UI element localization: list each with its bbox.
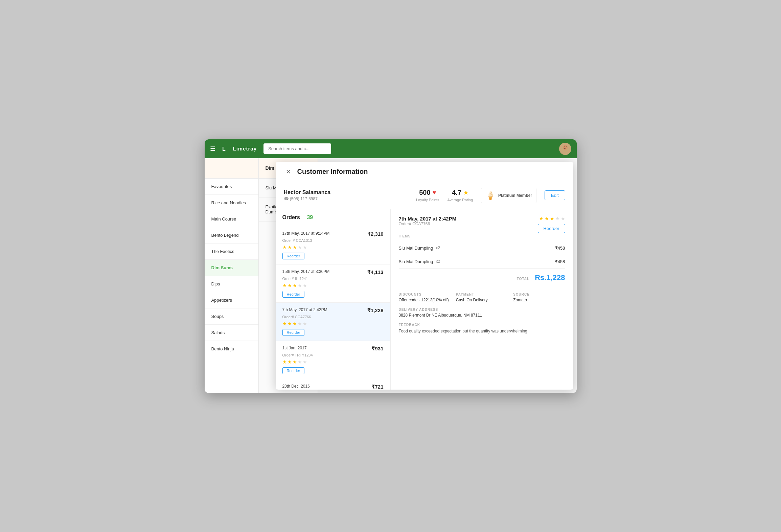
payment-block: PAYMENT Cash On Delivery: [456, 293, 508, 302]
sidebar-item-dim-sums[interactable]: Dim Sums: [205, 260, 258, 276]
customer-name-section: Hector Salamanca ☎ (505) 117-8987: [284, 189, 408, 201]
order-item-2[interactable]: 15th May, 2017 at 3:30PM ₹4,113 Order# I…: [276, 264, 390, 303]
reorder-button-4[interactable]: Reorder: [282, 367, 305, 374]
order-line-item-2: Siu Mai Dumpling x2 ₹458: [399, 255, 565, 269]
star-4-2: ★: [288, 359, 292, 365]
order-item-3[interactable]: 7th May, 2017 at 2:42PM ₹1,228 Order# CC…: [276, 303, 390, 341]
meta-section: DISCOUNTS Offer code - 12213(10% off) PA…: [399, 287, 565, 302]
star-3-2: ★: [288, 321, 292, 326]
modal-body: Orders 39 17th May, 2017 at 9:14PM ₹2,31…: [276, 209, 573, 390]
order-line-item-1: Siu Mai Dumpling x2 ₹458: [399, 241, 565, 255]
source-value: Zomato: [513, 298, 565, 302]
modal-title: Customer Information: [297, 168, 368, 176]
orders-count: 39: [307, 214, 313, 221]
detail-reorder-button[interactable]: Reorder: [538, 224, 565, 233]
order-amount-5: ₹721: [371, 384, 383, 390]
logo-text: Limetray: [233, 146, 257, 152]
order-id-3: Order# CCA7766: [282, 315, 384, 319]
sidebar-item-dips[interactable]: Dips: [205, 276, 258, 292]
customer-info-modal: ✕ Customer Information Hector Salamanca …: [276, 162, 573, 390]
loyalty-value: 500 ♥: [419, 189, 436, 196]
star-1-5: ★: [303, 245, 307, 250]
order-item-4[interactable]: 1st Jan, 2017 ₹931 Order# TRTY1234 ★ ★ ★…: [276, 341, 390, 379]
sidebar-item-rice-noodles[interactable]: Rice and Noodles: [205, 195, 258, 211]
delivery-value: 3828 Piermont Dr NE Albuquerque, NM 8711…: [399, 313, 565, 318]
order-amount-3: ₹1,228: [367, 307, 384, 314]
order-item-5[interactable]: 20th Dec, 2016 ₹721 Order# LPRT1233 ★ ★ …: [276, 379, 390, 390]
reorder-button-2[interactable]: Reorder: [282, 291, 305, 298]
reorder-button-1[interactable]: Reorder: [282, 253, 305, 259]
feedback-section: FEEDBACK Food quality exceeded expectati…: [399, 323, 565, 334]
order-amount-2: ₹4,113: [367, 269, 384, 275]
orders-label: Orders: [282, 214, 300, 221]
star-3-1: ★: [282, 321, 287, 326]
star-2-5: ★: [303, 283, 307, 288]
main-layout: Favourites Rice and Noodles Main Course …: [205, 158, 577, 393]
star-1-1: ★: [282, 245, 287, 250]
sidebar-item-bento-ninja[interactable]: Bento Ninja: [205, 341, 258, 357]
order-date-2: 15th May, 2017 at 3:30PM: [282, 269, 330, 274]
stars-row-1: ★ ★ ★ ★ ★: [282, 245, 384, 250]
sidebar-item-salads[interactable]: Salads: [205, 325, 258, 341]
item-name-qty-2: Siu Mai Dumpling x2: [399, 259, 440, 264]
detail-star-5: ★: [561, 216, 565, 221]
heart-icon: ♥: [433, 189, 436, 196]
app-window: ☰ L Limetray Favourites Rice an: [205, 139, 577, 393]
order-detail-panel: 7th May, 2017 at 2:42PM Order# CCA7766 ★…: [391, 209, 573, 390]
discounts-value: Offer code - 12213(10% off): [399, 298, 451, 302]
feedback-value: Food quality exceeded expectation but th…: [399, 328, 565, 334]
star-3-4: ★: [298, 321, 302, 326]
rating-label: Average Rating: [447, 198, 473, 202]
rating-star-icon: ★: [463, 189, 468, 196]
detail-star-4: ★: [555, 216, 560, 221]
sidebar-item-bento-legend[interactable]: Bento Legend: [205, 227, 258, 244]
sidebar-item-main-course[interactable]: Main Course: [205, 211, 258, 227]
rating-value: 4.7 ★: [452, 189, 468, 196]
svg-text:L: L: [222, 146, 226, 152]
sidebar-item-appetizers[interactable]: Appetizers: [205, 292, 258, 308]
item-qty-1: x2: [436, 246, 440, 250]
order-detail-header: 7th May, 2017 at 2:42PM Order# CCA7766 ★…: [399, 216, 565, 233]
hamburger-icon[interactable]: ☰: [210, 145, 215, 153]
order-item-1[interactable]: 17th May, 2017 at 9:14PM ₹2,310 Order # …: [276, 226, 390, 264]
star-1-4: ★: [298, 245, 302, 250]
discounts-block: DISCOUNTS Offer code - 12213(10% off): [399, 293, 451, 302]
discounts-label: DISCOUNTS: [399, 293, 451, 296]
total-row: TOTAL Rs.1,228: [399, 269, 565, 287]
star-1-2: ★: [288, 245, 292, 250]
rating-block: 4.7 ★ Average Rating: [447, 189, 473, 202]
item-name-1: Siu Mai Dumpling: [399, 246, 433, 251]
detail-stars: ★ ★ ★ ★ ★: [539, 216, 565, 221]
sidebar-item-the-exotics[interactable]: The Exotics: [205, 244, 258, 260]
svg-point-3: [561, 150, 569, 155]
stars-row-3: ★ ★ ★ ★ ★: [282, 321, 384, 326]
platinum-badge: 🍦 Platinum Member: [481, 188, 536, 203]
order-id-4: Order# TRTY1234: [282, 353, 384, 357]
customer-phone: ☎ (505) 117-8987: [284, 196, 408, 201]
orders-header: Orders 39: [276, 209, 390, 226]
edit-button[interactable]: Edit: [545, 190, 565, 200]
logo-icon: L: [221, 144, 230, 154]
detail-star-2: ★: [545, 216, 549, 221]
close-button[interactable]: ✕: [284, 167, 293, 177]
reorder-button-3[interactable]: Reorder: [282, 329, 305, 336]
star-4-3: ★: [293, 359, 297, 365]
star-3-5: ★: [303, 321, 307, 326]
detail-star-3: ★: [550, 216, 554, 221]
search-input[interactable]: [263, 143, 331, 154]
source-block: SOURCE Zomato: [513, 293, 565, 302]
order-amount-1: ₹2,310: [367, 231, 384, 237]
item-name-2: Siu Mai Dumpling: [399, 259, 433, 264]
sidebar-header: [205, 158, 258, 179]
top-bar: ☰ L Limetray: [205, 139, 577, 158]
sidebar-item-favourites[interactable]: Favourites: [205, 179, 258, 195]
order-detail-id: Order# CCA7766: [399, 222, 457, 226]
sidebar-item-soups[interactable]: Soups: [205, 308, 258, 325]
feedback-label: FEEDBACK: [399, 323, 565, 327]
svg-point-6: [566, 146, 567, 147]
order-date-1: 17th May, 2017 at 9:14PM: [282, 231, 330, 236]
total-label: TOTAL: [517, 277, 529, 281]
customer-info-bar: Hector Salamanca ☎ (505) 117-8987 500 ♥ …: [276, 182, 573, 209]
item-price-2: ₹458: [555, 259, 565, 264]
order-detail-date: 7th May, 2017 at 2:42PM: [399, 216, 457, 222]
